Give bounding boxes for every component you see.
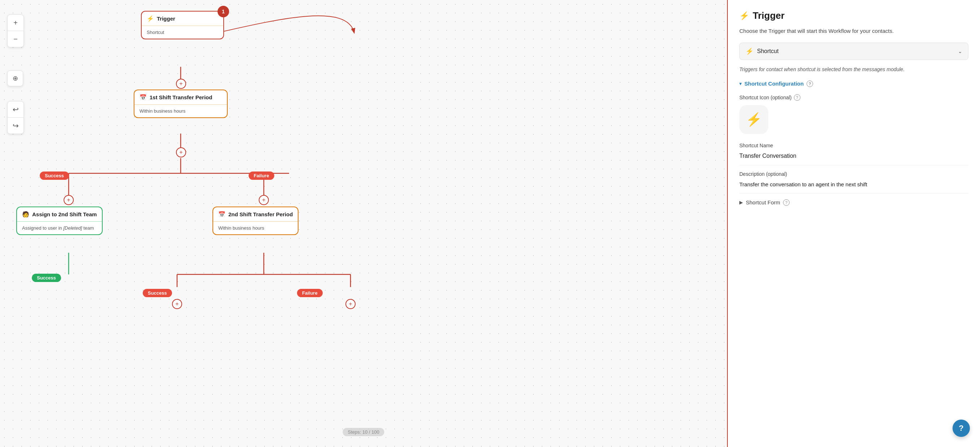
shortcut-icon-label: Shortcut Icon (optional) ? [739,94,969,101]
add-button-2[interactable]: + [176,147,186,157]
add-button-4[interactable]: + [259,195,269,205]
calendar-icon-2: 📅 [218,211,226,218]
form-help-icon[interactable]: ? [783,199,789,206]
panel-title-icon: ⚡ [739,11,749,21]
target-button[interactable]: ⊕ [7,70,23,86]
description-value: Transfer the conversation to an agent in… [739,181,969,193]
flow-connections [0,0,727,447]
trigger-node-header: ⚡ Trigger [142,11,223,26]
assign-node-header: 🧑 Assign to 2nd Shift Team [17,207,102,222]
form-chevron-icon: ▶ [739,200,743,205]
shortcut-config-toggle[interactable]: ▾ Shortcut Configuration ? [739,81,969,87]
panel-title: ⚡ Trigger [739,10,969,21]
zoom-in-button[interactable]: + [8,15,24,31]
config-help-icon[interactable]: ? [807,81,813,87]
assign-node-body: Assigned to user in [Deleted] team [17,222,102,234]
undo-button[interactable]: ↩ [8,101,24,117]
add-button-3[interactable]: + [64,195,74,205]
shift2-node-header: 📅 2nd Shift Transfer Period [213,207,298,222]
success-label-3: Success [32,274,61,282]
success-label-2: Success [143,289,172,297]
undo-redo-controls: ↩ ↪ [7,101,24,134]
shortcut-name-value: Transfer Conversation [739,153,969,165]
shift2-node[interactable]: 📅 2nd Shift Transfer Period Within busin… [213,206,299,235]
trigger-dropdown[interactable]: ⚡ Shortcut ⌄ [739,43,969,60]
shift2-node-body: Within business hours [213,222,298,234]
shortcut-icon-lightning: ⚡ [746,112,762,127]
shift1-node-body: Within business hours [134,105,227,117]
workflow-canvas: + − ⊕ ↩ ↪ 1 ⚡ Trigger Shortcut + 📅 1st S… [0,0,727,447]
trigger-description-italic: Triggers for contact when shortcut is se… [739,66,969,73]
redo-button[interactable]: ↪ [8,118,24,133]
description-label: Description (optional) [739,171,969,177]
failure-label-2: Failure [297,289,323,297]
assign-node[interactable]: 🧑 Assign to 2nd Shift Team Assigned to u… [16,206,103,235]
lightning-icon: ⚡ [147,15,154,22]
right-panel: ⚡ Trigger Choose the Trigger that will s… [727,0,980,447]
add-button-5[interactable]: + [172,299,182,309]
zoom-out-button[interactable]: − [8,31,24,47]
trigger-node-body: Shortcut [142,26,223,39]
success-label-1: Success [40,171,69,180]
config-chevron-icon: ▾ [739,81,741,86]
shortcut-icon-box[interactable]: ⚡ [739,105,768,134]
trigger-node[interactable]: 1 ⚡ Trigger Shortcut [141,11,224,40]
add-button-1[interactable]: + [176,79,186,89]
steps-counter: Steps: 10 / 100 [342,428,384,436]
shortcut-form-toggle[interactable]: ▶ Shortcut Form ? [739,199,969,206]
help-button[interactable]: ? [953,420,970,437]
node-badge: 1 [218,6,229,17]
panel-description: Choose the Trigger that will start this … [739,27,969,35]
failure-label-1: Failure [248,171,274,180]
trigger-dropdown-left: ⚡ Shortcut [746,47,779,55]
shift1-node-header: 📅 1st Shift Transfer Period [134,90,227,105]
dropdown-lightning-icon: ⚡ [746,47,753,55]
icon-help-icon[interactable]: ? [794,94,800,101]
calendar-icon-1: 📅 [140,94,147,101]
dropdown-chevron-icon: ⌄ [958,48,962,54]
add-button-6[interactable]: + [345,299,356,309]
shift1-node[interactable]: 📅 1st Shift Transfer Period Within busin… [134,90,228,118]
zoom-controls: + − [7,14,24,47]
shortcut-name-label: Shortcut Name [739,143,969,148]
person-icon: 🧑 [22,211,29,218]
